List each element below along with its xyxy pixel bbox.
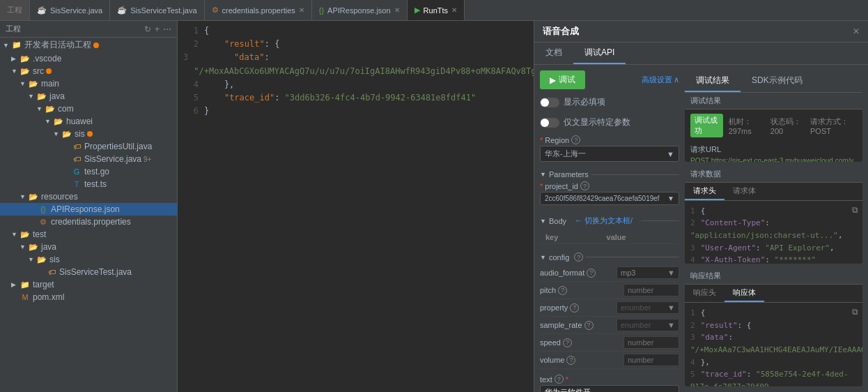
info-icon[interactable]: ? <box>563 338 572 347</box>
info-icon[interactable]: ? <box>574 252 583 262</box>
param-sample-rate: sample_rate ? enumber ▼ <box>540 317 679 334</box>
panel-close-icon[interactable]: ✕ <box>853 27 860 36</box>
tree-item-target[interactable]: ▶ 📁 target <box>0 278 177 291</box>
required-star: * <box>540 136 543 144</box>
toggle-label: 仅文显示特定参数 <box>564 116 630 128</box>
tab-credentials-properties[interactable]: ⚙ credentials.properties ✕ <box>205 0 312 20</box>
tab-debug-result[interactable]: 调试结果 <box>685 70 741 92</box>
volume-input[interactable] <box>623 354 679 366</box>
text-input[interactable] <box>540 385 679 392</box>
info-icon[interactable]: ? <box>558 286 567 295</box>
tree-item-test-sis[interactable]: ▼ 📂 sis <box>0 253 177 266</box>
folder-icon: 📂 <box>45 105 56 114</box>
debug-button[interactable]: ▶ 调试 <box>540 70 585 89</box>
sub-tab-resp-headers[interactable]: 响应头 <box>685 285 724 302</box>
badge <box>93 43 99 48</box>
collapse-icon: ▼ <box>540 171 546 178</box>
refresh-icon[interactable]: ↻ <box>144 24 151 34</box>
request-url-section: 请求URL POST https://sis-ext.cn-east-3.myh… <box>685 142 862 162</box>
tree-item-properties-util[interactable]: 🏷 PropertiesUtil.java <box>0 140 177 153</box>
tree-item-main[interactable]: ▼ 📂 main <box>0 77 177 90</box>
sample-rate-select[interactable]: enumber ▼ <box>617 319 679 331</box>
tab-sis-service-java[interactable]: ☕ SisService.java <box>30 0 110 20</box>
tree-item-credentials[interactable]: ⚙ credentials.properties <box>0 216 177 228</box>
json-icon: {} <box>319 6 324 15</box>
tab-sdk-example[interactable]: SDK示例代码 <box>741 70 814 92</box>
tab-docs[interactable]: 文档 <box>534 43 573 64</box>
config-divider[interactable]: ▼ config ? <box>540 250 679 264</box>
request-data-header: 请求数据 <box>685 166 862 183</box>
tab-api-response-json[interactable]: {} APIResponse.json ✕ <box>312 0 408 20</box>
info-icon[interactable]: ? <box>580 181 589 190</box>
collapse-icon: ▼ <box>540 218 546 225</box>
tab-close-icon[interactable]: ✕ <box>299 6 304 14</box>
right-panel: 语音合成 ✕ 文档 调试API ▶ 调试 高级设置 <box>534 21 868 392</box>
tree-item-huawei[interactable]: ▼ 📂 huawei <box>0 115 177 128</box>
chevron-down-icon: ▼ <box>667 150 674 158</box>
tree-item-src[interactable]: ▼ 📂 src <box>0 65 177 77</box>
audio-format-select[interactable]: mp3 ▼ <box>617 266 679 279</box>
debug-result-section: 调试结果 调试成功 机时：297ms 状态码：200 请求方式：POST 请求U… <box>685 93 862 162</box>
code-line: 3"User-Agent": "API Explorer", <box>690 242 857 255</box>
speed-input[interactable] <box>623 336 679 349</box>
add-icon[interactable]: + <box>155 24 160 34</box>
copy-icon[interactable]: ⧉ <box>852 306 858 319</box>
region-select[interactable]: 华东-上海一 ▼ <box>540 146 679 162</box>
tab-sis-service-test-java[interactable]: ☕ SisServiceTest.java <box>110 0 204 20</box>
api-content: ▶ 调试 高级设置 ∧ 显示必填项 <box>534 65 868 392</box>
tree-item-sis[interactable]: ▼ 📂 sis <box>0 128 177 140</box>
code-line: 5"trace_id": "5858e754-2e4f-4ded-917e-fc… <box>690 368 857 386</box>
url-label: 请求URL <box>690 144 857 155</box>
tree-item-test-java[interactable]: ▼ 📂 java <box>0 241 177 253</box>
tree-item-com[interactable]: ▼ 📂 com <box>0 103 177 115</box>
property-select[interactable]: enumber ▼ <box>617 301 679 314</box>
copy-icon[interactable]: ⧉ <box>852 204 858 217</box>
tree-item-vscode[interactable]: ▶ 📂 .vscode <box>0 52 177 65</box>
info-icon[interactable]: ? <box>571 135 580 144</box>
param-name: volume ? <box>540 356 575 365</box>
body-divider[interactable]: ▼ Body ← 切换为文本框/ <box>540 211 679 231</box>
sub-tab-request-body[interactable]: 请求体 <box>724 183 764 200</box>
tree-item-api-response-json[interactable]: {} APIResponse.json <box>0 203 177 216</box>
advanced-settings-link[interactable]: 高级设置 ∧ <box>642 75 679 85</box>
tree-item-test-ts[interactable]: T test.ts <box>0 178 177 190</box>
project-id-select[interactable]: 2cc60f586f82429caea76caefa5019ef ▼ <box>540 192 679 205</box>
info-icon[interactable]: ? <box>584 321 594 330</box>
param-name: sample_rate ? <box>540 321 594 330</box>
sidebar-title: 工程 <box>6 24 21 34</box>
tab-close-icon[interactable]: ✕ <box>394 6 400 14</box>
info-icon[interactable]: ? <box>587 269 596 278</box>
tree-item-java[interactable]: ▼ 📂 java <box>0 90 177 103</box>
toggle-specific-switch[interactable] <box>540 118 559 128</box>
sub-tab-request-headers[interactable]: 请求头 <box>685 183 724 200</box>
chevron-down-icon: ▼ <box>667 269 675 277</box>
body-toggle-btn[interactable]: ← 切换为文本框/ <box>569 213 638 228</box>
settings-icon[interactable]: ⋯ <box>163 24 171 34</box>
tree-item-sis-service-test[interactable]: 🏷 SisServiceTest.java <box>0 266 177 278</box>
parameters-divider[interactable]: ▼ Parameters <box>540 167 679 181</box>
code-line: 4"X-Auth-Token": "*******" <box>690 254 857 264</box>
tab-close-icon[interactable]: ✕ <box>451 6 457 14</box>
parameters-section: ▼ Parameters * project_id ? 2cc60f586f82… <box>540 167 679 205</box>
tree-item-test[interactable]: ▼ 📂 test <box>0 228 177 241</box>
tree-item-sis-service[interactable]: 🏷 SisService.java 9+ <box>0 153 177 165</box>
tree-item-pom-xml[interactable]: M pom.xml <box>0 291 177 303</box>
pitch-input[interactable] <box>623 284 679 296</box>
tree-item-test-go[interactable]: G test.go <box>0 165 177 178</box>
region-label: * Region ? <box>540 135 679 144</box>
code-line: 2"Content-Type": "application/json;chars… <box>690 217 857 241</box>
code-content[interactable]: 1 { 2 "result": { 3 "data": "/+MoxAAbCGX… <box>178 21 534 392</box>
toggle-required-switch[interactable] <box>540 98 559 107</box>
tree-item-project[interactable]: ▼ 📁 开发者日活动工程 <box>0 38 177 52</box>
info-icon[interactable]: ? <box>566 356 575 365</box>
info-icon[interactable]: ? <box>570 303 579 312</box>
tab-debug-api[interactable]: 调试API <box>573 43 626 64</box>
sub-tab-resp-body[interactable]: 响应体 <box>724 285 764 302</box>
tab-run-tts[interactable]: ▶ RunTts ✕ <box>408 0 465 20</box>
tree-item-resources[interactable]: ▼ 📂 resources <box>0 190 177 203</box>
panel-title: 语音合成 <box>543 25 579 38</box>
badge <box>87 131 93 137</box>
info-icon[interactable]: ? <box>555 375 564 384</box>
go-file-icon: G <box>71 167 82 176</box>
collapse-icon: ▼ <box>28 256 36 263</box>
